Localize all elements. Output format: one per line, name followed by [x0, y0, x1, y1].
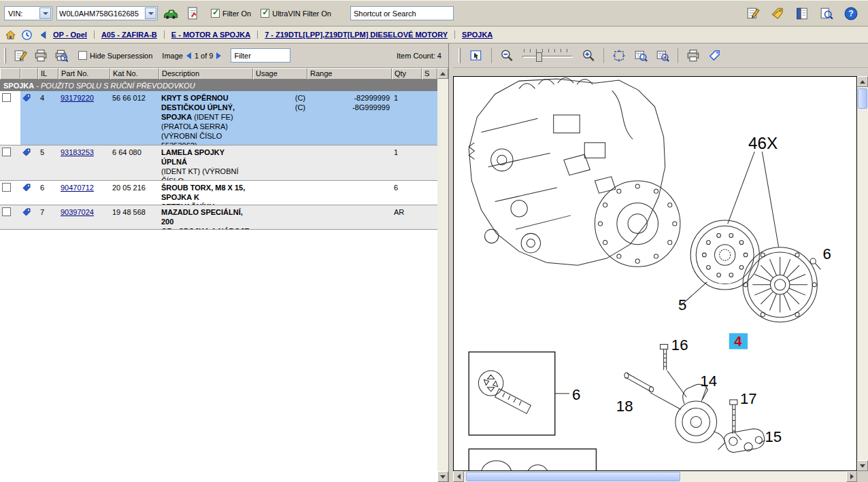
- print-image-button[interactable]: [684, 47, 702, 65]
- callout-5[interactable]: 5: [678, 296, 686, 313]
- toolbar-separator: [603, 48, 604, 63]
- image-horizontal-scrollbar[interactable]: [453, 471, 857, 482]
- row-checkbox[interactable]: [2, 183, 11, 192]
- vin-input[interactable]: [57, 7, 144, 19]
- toggle-callouts-button[interactable]: [706, 47, 724, 65]
- header-range[interactable]: Range: [307, 68, 392, 80]
- header-kat-no[interactable]: Kat No.: [110, 68, 159, 80]
- callout-4-selected[interactable]: 4: [734, 333, 742, 348]
- scroll-right-button[interactable]: [846, 471, 857, 482]
- header-checkbox-col[interactable]: [0, 68, 20, 80]
- callout-46x[interactable]: 46X: [748, 134, 778, 152]
- scrollbar-track[interactable]: [857, 87, 868, 460]
- part-number-link[interactable]: 93179220: [61, 94, 94, 102]
- table-row[interactable]: 5 93183253 6 64 080 LAMELA SPOJKY ÚPLNÁ …: [0, 145, 437, 181]
- parts-list-scrollbar[interactable]: [437, 68, 448, 482]
- breadcrumb-link-model[interactable]: A05 - ZAFIRA-B: [101, 31, 157, 39]
- tag-icon: [771, 7, 784, 20]
- vehicle-details-button[interactable]: [162, 5, 180, 22]
- scroll-left-button[interactable]: [453, 471, 464, 482]
- home-icon: [5, 29, 16, 41]
- breadcrumb-link-section[interactable]: SPOJKA: [462, 31, 493, 39]
- callout-14[interactable]: 14: [700, 373, 717, 390]
- fit-to-window-button[interactable]: [610, 47, 628, 65]
- toolbar-grip[interactable]: [458, 48, 461, 63]
- table-row[interactable]: 6 90470712 20 05 216 ŠROUB TORX, M8 X 15…: [0, 181, 437, 205]
- image-vertical-scrollbar[interactable]: [857, 76, 868, 471]
- part-tag-icon[interactable]: [22, 208, 31, 216]
- callout-18[interactable]: 18: [616, 398, 633, 415]
- vin-selector[interactable]: VIN:: [4, 6, 52, 20]
- select-tool-button[interactable]: [467, 47, 485, 65]
- header-s[interactable]: S: [422, 68, 437, 80]
- illustration-viewport[interactable]: 46X 6 5 4 16 14 18 17 15 6: [453, 76, 857, 471]
- help-button[interactable]: ?: [842, 5, 860, 22]
- vin-history-dropdown-button[interactable]: [145, 7, 156, 19]
- table-row[interactable]: 7 90397024 19 48 568 MAZADLO SPECIÁLNÍ, …: [0, 205, 437, 230]
- edit-notes-button[interactable]: [12, 47, 29, 65]
- row-checkbox[interactable]: [2, 148, 11, 156]
- vin-selector-dropdown-button[interactable]: [39, 7, 51, 19]
- shortcut-search-input[interactable]: [350, 6, 454, 20]
- table-row[interactable]: 4 93179220 56 66 012 KRYT S OPĚRNOU DEST…: [0, 91, 437, 145]
- scroll-up-button[interactable]: [857, 76, 868, 87]
- callout-15[interactable]: 15: [765, 428, 782, 445]
- zoom-region-out-button[interactable]: [654, 47, 671, 65]
- back-button[interactable]: [37, 29, 49, 41]
- scrollbar-track[interactable]: [437, 79, 448, 471]
- breadcrumb-link-group[interactable]: E - MOTOR A SPOJKA: [171, 31, 250, 39]
- part-number-link[interactable]: 90470712: [61, 184, 94, 192]
- slider-track[interactable]: [522, 56, 573, 58]
- ultravin-filter-checkbox[interactable]: [261, 9, 269, 18]
- zoom-in-button[interactable]: [580, 47, 597, 65]
- print-button[interactable]: [32, 47, 50, 65]
- header-icon-col[interactable]: [20, 68, 38, 80]
- scroll-up-button[interactable]: [437, 68, 448, 79]
- toolbar-grip[interactable]: [4, 48, 6, 63]
- catalog-notebook-button[interactable]: [793, 5, 811, 22]
- part-tag-icon[interactable]: [22, 184, 31, 192]
- header-usage[interactable]: Usage: [253, 68, 307, 80]
- scrollbar-thumb[interactable]: [858, 88, 867, 109]
- callout-6-right[interactable]: 6: [822, 245, 831, 262]
- zoom-region-button[interactable]: [632, 47, 650, 65]
- header-il[interactable]: IL: [38, 68, 59, 80]
- part-tag-icon[interactable]: [22, 148, 31, 156]
- bookmark-button[interactable]: [769, 5, 786, 22]
- row-checkbox[interactable]: [2, 207, 11, 216]
- part-tag-icon[interactable]: [22, 94, 31, 102]
- scrollbar-track[interactable]: [464, 471, 846, 482]
- header-part-no[interactable]: Part No.: [59, 68, 110, 80]
- zoom-out-button[interactable]: [498, 47, 516, 65]
- part-number-link[interactable]: 90397024: [61, 208, 94, 216]
- scroll-down-button[interactable]: [857, 460, 868, 471]
- row-checkbox[interactable]: [2, 93, 11, 102]
- vin-selector-label: VIN:: [5, 10, 39, 18]
- breadcrumb-link-make[interactable]: OP - Opel: [53, 31, 87, 39]
- part-description: LAMELA SPOJKY ÚPLNÁ (IDENT KT) (VÝROBNÍ …: [159, 145, 253, 180]
- next-image-button[interactable]: [216, 52, 221, 59]
- print-preview-button[interactable]: [52, 47, 70, 65]
- header-description[interactable]: Description: [159, 68, 253, 80]
- kat-number: 6 64 080: [110, 145, 159, 180]
- callout-6-inset[interactable]: 6: [572, 386, 580, 403]
- history-button[interactable]: [20, 29, 33, 41]
- epc-application-window: VIN: Filter On UltraVIN Filter On: [0, 0, 868, 482]
- part-number-link[interactable]: 93183253: [61, 148, 94, 156]
- callout-16[interactable]: 16: [671, 337, 688, 354]
- document-search-button[interactable]: [818, 5, 835, 22]
- previous-image-button[interactable]: [186, 52, 191, 59]
- breadcrumb-link-engine[interactable]: 7 - Z19DTL[LPP],Z19DT[LPM] DIESELOVÉ MOT…: [265, 31, 448, 39]
- scroll-down-button[interactable]: [437, 471, 448, 482]
- vin-report-button[interactable]: [184, 5, 201, 22]
- home-button[interactable]: [4, 29, 16, 41]
- filter-input[interactable]: [231, 48, 290, 63]
- callout-17[interactable]: 17: [740, 390, 757, 407]
- scrollbar-thumb[interactable]: [466, 472, 680, 481]
- header-qty[interactable]: Qty: [392, 68, 422, 80]
- zoom-slider[interactable]: [521, 48, 574, 63]
- notes-button[interactable]: [744, 5, 762, 22]
- filter-on-checkbox[interactable]: [211, 9, 220, 18]
- zoom-slider-thumb[interactable]: [536, 52, 542, 62]
- hide-supersession-checkbox[interactable]: [78, 51, 87, 60]
